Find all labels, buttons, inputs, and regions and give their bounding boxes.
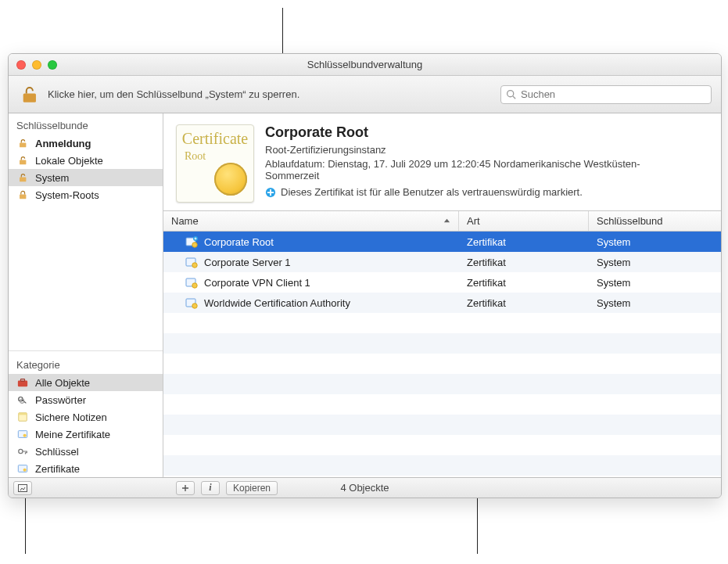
minimize-window-button[interactable] [32,60,41,70]
note-icon [16,411,29,423]
category-label: Schlüssel [35,446,79,458]
category-label: Passwörter [35,394,86,406]
preview-pane-icon [18,484,27,492]
col-name[interactable]: Name [163,211,459,231]
zoom-window-button[interactable] [48,60,57,70]
keychain-item[interactable]: System [9,169,163,186]
category-label: Alle Objekte [35,377,90,389]
table-row[interactable]: Corporate Server 1ZertifikatSystem [163,252,721,272]
cell-keychain: System [597,297,630,309]
copy-button[interactable]: Kopieren [226,481,278,495]
sort-asc-icon [443,217,450,225]
row-cert-icon [185,276,198,289]
search-icon [506,89,516,99]
search-field[interactable] [500,85,712,104]
category-label: Sichere Notizen [35,411,107,423]
svg-point-20 [192,283,197,288]
svg-line-1 [513,96,515,99]
svg-point-15 [192,242,197,247]
bottom-toolbar: i Kopieren 4 Objeckte [9,477,721,498]
category-item[interactable]: Passwörter [9,391,163,408]
toggle-preview-button[interactable] [13,481,32,495]
col-kind-label: Art [467,215,480,227]
category-item[interactable]: Meine Zertifikate [9,426,163,443]
key-icon [16,445,29,458]
cell-name: Corporate VPN Client 1 [204,277,310,289]
keychain-list: AnmeldungLokale ObjekteSystemSystem-Root… [9,135,163,203]
certificate-icon [16,462,29,475]
col-keychain[interactable]: Schlüsselbund [589,211,721,231]
cell-kind: Zertifikat [467,297,506,309]
unlocked-lock-icon [16,171,29,184]
cell-kind: Zertifikat [467,277,506,289]
table-row[interactable]: Worldwide Certification AuthorityZertifi… [163,293,721,313]
category-item[interactable]: Alle Objekte [9,374,163,391]
trust-plus-icon [265,187,276,198]
main-panel: Certificate Root Corporate Root Root-Zer… [163,113,721,477]
unlocked-lock-icon [16,154,29,167]
cell-kind: Zertifikat [467,257,506,268]
svg-point-12 [23,469,27,472]
keychain-item[interactable]: Lokale Objekte [9,152,163,169]
category-item[interactable]: Schlüssel [9,443,163,460]
search-input[interactable] [521,88,706,100]
table-row[interactable]: Corporate RootZertifikatSystem [163,232,721,252]
content-area: Schlüsselbunde AnmeldungLokale ObjekteSy… [9,113,721,477]
thumb-root: Root [185,150,206,163]
svg-point-18 [192,263,197,268]
svg-rect-7 [19,413,27,415]
table-header: Name Art Schlüsselbund [163,211,721,232]
add-item-button[interactable] [176,481,195,495]
category-item[interactable]: Sichere Notizen [9,408,163,426]
col-name-label: Name [171,215,199,227]
col-kind[interactable]: Art [459,211,589,231]
cell-name: Corporate Root [204,236,274,248]
category-label: Zertifikate [35,463,80,475]
keychain-item[interactable]: System-Roots [9,186,163,203]
category-label: Meine Zertifikate [35,429,110,440]
keychain-item[interactable]: Anmeldung [9,135,163,152]
svg-point-22 [192,304,197,308]
seal-icon [214,163,247,196]
info-icon: i [209,482,211,494]
cert-title: Corporate Root [265,124,672,141]
col-keychain-label: Schlüsselbund [597,215,663,227]
app-window: Schlüsselbundverwaltung Klicke hier, um … [8,53,722,498]
lock-keychain-button[interactable] [18,84,40,106]
category-item[interactable]: Zertifikate [9,460,163,477]
keychain-label: System-Roots [35,189,99,201]
sidebar: Schlüsselbunde AnmeldungLokale ObjekteSy… [9,113,163,477]
cert-subtitle: Root-Zertifizierungsinstanz [265,144,672,156]
unlocked-padlock-icon [19,84,39,105]
window-title: Schlüsselbundverwaltung [9,59,721,70]
cert-trust-text: Dieses Zertifikat ist für alle Benutzer … [281,186,583,198]
cell-kind: Zertifikat [467,236,506,248]
table-row[interactable]: Corporate VPN Client 1ZertifikatSystem [163,272,721,293]
unlocked-lock-icon [16,137,29,149]
certificate-detail: Certificate Root Corporate Root Root-Zer… [163,113,721,211]
thumb-script: Certificate [177,130,253,148]
cell-keychain: System [597,257,630,268]
row-cert-icon [185,256,198,268]
svg-point-10 [19,449,23,453]
row-cert-icon [185,296,198,309]
sidebar-categories-header: Kategorie [9,356,163,374]
my-cert-icon [16,428,29,440]
callout-line [25,498,26,554]
svg-point-9 [23,434,27,437]
info-item-button[interactable]: i [201,481,220,495]
keychain-label: Lokale Objekte [35,155,103,167]
table-body[interactable]: Corporate RootZertifikatSystemCorporate … [163,232,721,477]
toolbox-icon [16,376,29,389]
lock-hint-text: Klicke hier, um den Schlüsselbund „Syste… [48,88,299,100]
row-cert-trusted-icon [185,235,198,248]
svg-point-0 [507,91,514,97]
plus-icon [181,484,189,492]
toolbar: Klicke hier, um den Schlüsselbund „Syste… [9,76,721,113]
keys-icon [16,393,29,406]
cell-keychain: System [597,277,630,289]
window-controls [16,60,57,70]
close-window-button[interactable] [16,60,26,70]
callout-line [477,498,478,554]
cell-keychain: System [597,236,630,248]
